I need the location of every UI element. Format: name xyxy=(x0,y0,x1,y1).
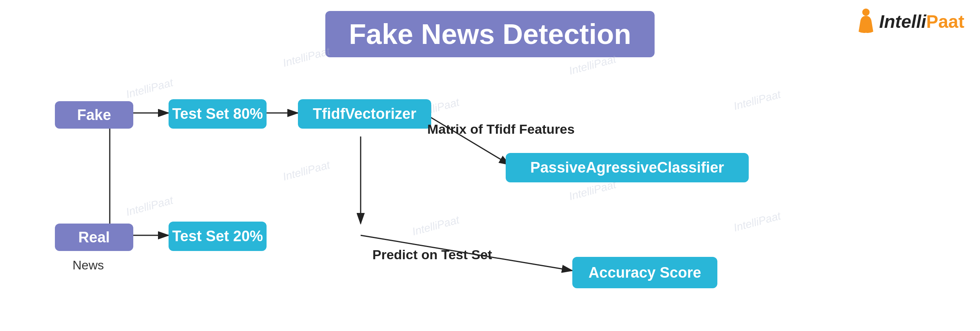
watermark-8: IntelliPaat xyxy=(411,214,461,238)
page-title-container: Fake News Detection xyxy=(325,11,655,57)
accuracy-score-node: Accuracy Score xyxy=(572,257,717,288)
watermark-5: IntelliPaat xyxy=(732,88,782,113)
real-node: Real xyxy=(55,224,133,251)
test-set-80-node: Test Set 80% xyxy=(169,99,267,129)
svg-point-0 xyxy=(862,9,869,16)
tfidf-vectorizer-node: TfidfVectorizer xyxy=(298,99,431,129)
watermark-6: IntelliPaat xyxy=(125,194,174,219)
watermark-10: IntelliPaat xyxy=(732,210,782,235)
logo-container: IntelliPaat xyxy=(854,8,964,35)
logo-text-part1: Intelli xyxy=(879,11,926,32)
passive-aggressive-classifier-node: PassiveAgressiveClassifier xyxy=(506,153,749,182)
watermark-7: IntelliPaat xyxy=(281,159,331,184)
matrix-tfidf-label: Matrix of Tfidf Features xyxy=(427,122,575,137)
test-set-20-node: Test Set 20% xyxy=(169,222,267,251)
intellipaat-logo-icon xyxy=(854,8,878,35)
fake-node: Fake xyxy=(55,101,133,129)
svg-line-7 xyxy=(423,113,510,165)
watermark-2: IntelliPaat xyxy=(281,45,331,70)
logo-text-part2: Paat xyxy=(926,11,964,32)
logo-text: IntelliPaat xyxy=(879,11,964,32)
predict-test-label: Predict on Test Set xyxy=(372,247,492,262)
watermark-1: IntelliPaat xyxy=(125,76,174,101)
page-title: Fake News Detection xyxy=(349,18,631,50)
news-label: News xyxy=(73,258,104,273)
